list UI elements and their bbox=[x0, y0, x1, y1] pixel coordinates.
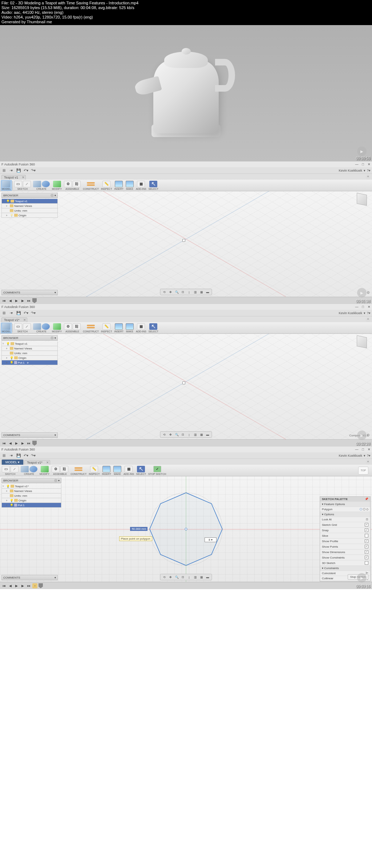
polygon-sketch[interactable] bbox=[148, 491, 224, 567]
browser-collapse-icon[interactable]: ▾ bbox=[54, 194, 56, 197]
display-icon[interactable]: ▥ bbox=[193, 432, 198, 437]
insert-icon[interactable] bbox=[115, 181, 123, 187]
construct-group[interactable]: CONSTRUCT bbox=[69, 465, 88, 476]
tree-origin[interactable]: ▹💡Origin bbox=[1, 356, 58, 360]
minimize-button[interactable]: — bbox=[355, 448, 359, 451]
addins-group[interactable]: ▦ ADD-INS bbox=[135, 180, 147, 191]
view-cube[interactable] bbox=[357, 335, 367, 348]
pan-icon[interactable]: ✥ bbox=[168, 575, 173, 579]
document-tab[interactable]: Teapot v1*✕ bbox=[1, 317, 27, 322]
tree-named-views[interactable]: ▹Named Views bbox=[1, 346, 58, 351]
sketch-palette[interactable]: SKETCH PALETTE📌 ▾ Feature Options Polygo… bbox=[320, 496, 371, 581]
tree-pot-component[interactable]: ▹💡Pot:1 bbox=[1, 503, 61, 508]
slice-checkbox[interactable] bbox=[365, 534, 368, 537]
make-icon[interactable] bbox=[126, 181, 134, 187]
user-menu[interactable]: Kevin Koekkoek▾?▾ bbox=[339, 311, 371, 315]
polygon-shape[interactable] bbox=[148, 491, 224, 567]
sketch-group[interactable]: ▭⟋SKETCH bbox=[13, 323, 32, 333]
timeline-back-icon[interactable]: ◀ bbox=[8, 298, 13, 303]
zoom-icon[interactable]: 🔍 bbox=[174, 290, 179, 294]
browser-panel[interactable]: BROWSER ▾ ▿💡Teapot v1* ▹Named Views Unit… bbox=[1, 478, 61, 508]
show-dims-option[interactable]: Show Dimensions✓ bbox=[320, 549, 370, 555]
inspect-measure-icon[interactable]: 📏 bbox=[102, 181, 110, 187]
origin-marker[interactable] bbox=[182, 239, 185, 242]
sketch-arc-icon[interactable]: ⟋ bbox=[23, 181, 31, 187]
file-icon[interactable]: ▫▾ bbox=[9, 311, 14, 316]
help-icon[interactable]: ?▾ bbox=[367, 169, 371, 172]
addins-icon[interactable]: ▦ bbox=[137, 181, 145, 187]
make-group[interactable]: MAKE bbox=[112, 465, 122, 476]
assemble-group[interactable]: ⚙⛓ASSEMBLE bbox=[63, 323, 82, 333]
tree-units[interactable]: Units: mm bbox=[1, 208, 58, 213]
browser-header[interactable]: BROWSER ▾ bbox=[1, 335, 58, 341]
minimize-button[interactable]: — bbox=[355, 305, 359, 309]
tab-close-icon[interactable]: ✕ bbox=[22, 176, 25, 179]
sketch-group[interactable]: ▭⟋ SKETCH bbox=[13, 180, 32, 191]
undo-icon[interactable]: ↶▾ bbox=[23, 311, 28, 316]
show-constraints-option[interactable]: Show Constraints✓ bbox=[320, 555, 370, 560]
info-collapse-icon[interactable]: ^ bbox=[365, 175, 371, 180]
tree-root[interactable]: ▿💡Teapot v1 bbox=[1, 199, 58, 204]
viewport[interactable]: BROWSER ▾ ▿💡Teapot v1 ▹Named Views Units… bbox=[0, 334, 372, 439]
viewport-icon[interactable]: ▬ bbox=[205, 575, 210, 579]
timeline-fwd-icon[interactable]: ▶ bbox=[20, 583, 25, 588]
zoom-icon[interactable]: 🔍 bbox=[174, 432, 179, 437]
insert-group[interactable]: INSERT bbox=[113, 323, 125, 333]
insert-group[interactable]: INSERT bbox=[113, 180, 125, 191]
timeline-scrubber[interactable] bbox=[32, 441, 37, 446]
orbit-icon[interactable]: ⟲ bbox=[162, 432, 167, 437]
view-cube[interactable] bbox=[357, 193, 367, 206]
inspect-group[interactable]: 📏INSPECT bbox=[100, 323, 113, 333]
grid-icon[interactable]: ⊞ bbox=[1, 168, 7, 173]
sketch-grid-option[interactable]: Sketch Grid✓ bbox=[320, 522, 370, 528]
timeline-feature-icon[interactable]: ▫ bbox=[32, 583, 37, 588]
tree-origin[interactable]: ▹💡Origin bbox=[1, 498, 61, 503]
grid-toggle-icon[interactable]: ▦ bbox=[199, 432, 204, 437]
file-icon[interactable]: ▫▾ bbox=[9, 168, 14, 173]
help-icon[interactable]: ?▾ bbox=[367, 454, 371, 457]
timeline-back-icon[interactable]: ◀ bbox=[8, 583, 13, 588]
tree-units[interactable]: Units: mm bbox=[1, 493, 61, 498]
browser-dot-icon[interactable] bbox=[50, 194, 54, 197]
viewport-settings-icon[interactable]: ⚙ bbox=[367, 433, 370, 437]
timeline-fwd-icon[interactable]: ▶ bbox=[20, 298, 25, 303]
assemble-group[interactable]: ⚙⛓ ASSEMBLE bbox=[63, 180, 82, 191]
redo-icon[interactable]: ↷▾ bbox=[31, 311, 36, 316]
timeline-play-icon[interactable]: ▶ bbox=[14, 583, 19, 588]
tree-root[interactable]: ▿💡Teapot v1 bbox=[1, 341, 58, 346]
browser-panel[interactable]: BROWSER ▾ ▿💡Teapot v1 ▹Named Views Units… bbox=[1, 335, 58, 366]
info-collapse-icon[interactable]: ^ bbox=[365, 460, 371, 465]
polygon-inscribed-icon[interactable]: ⬡ bbox=[360, 508, 362, 511]
snap-checkbox[interactable]: ✓ bbox=[365, 528, 368, 532]
display-icon[interactable]: ▥ bbox=[193, 575, 198, 579]
viewport[interactable]: BROWSER ▾ ▿💡Teapot v1 ▹Named Views Units… bbox=[0, 191, 372, 297]
close-button[interactable]: ✕ bbox=[368, 448, 371, 451]
viewport-settings-icon[interactable]: ⚙ bbox=[367, 291, 370, 295]
timeline-start-icon[interactable]: ⏮ bbox=[1, 298, 7, 303]
info-collapse-icon[interactable]: ^ bbox=[365, 317, 371, 322]
timeline-scrubber[interactable] bbox=[39, 583, 43, 588]
show-profile-checkbox[interactable]: ✓ bbox=[365, 539, 368, 543]
fit-icon[interactable]: ⊡ bbox=[181, 290, 186, 294]
fit-icon[interactable]: ⊡ bbox=[181, 575, 186, 579]
slice-option[interactable]: Slice bbox=[320, 533, 370, 539]
sides-input[interactable]: 8 ▾ bbox=[205, 537, 217, 542]
comments-bar[interactable]: COMMENTS ▾ bbox=[1, 575, 58, 580]
timeline-fwd-icon[interactable]: ▶ bbox=[20, 441, 25, 446]
comments-bar[interactable]: COMMENTS ▾ bbox=[1, 432, 58, 438]
select-group[interactable]: ↖SELECT bbox=[135, 465, 147, 476]
save-icon[interactable]: 💾 bbox=[16, 311, 21, 316]
modify-group[interactable]: MODIFY bbox=[51, 180, 63, 191]
timeline-start-icon[interactable]: ⏮ bbox=[1, 583, 7, 588]
create-sphere-icon[interactable] bbox=[42, 181, 50, 187]
help-icon[interactable]: ?▾ bbox=[367, 311, 371, 315]
viewport[interactable]: 50.000 mm 8 ▾ Place point on polygon BRO… bbox=[0, 476, 372, 582]
polygon-option[interactable]: Polygon⬡ ⬡ ◇ bbox=[320, 507, 370, 512]
workspace-model-button[interactable]: MODEL bbox=[1, 180, 12, 191]
timeline-scrubber[interactable] bbox=[32, 298, 37, 303]
make-group[interactable]: MAKE bbox=[125, 180, 135, 191]
document-tab[interactable]: Teapot v1*✕ bbox=[24, 460, 50, 465]
look-at-option[interactable]: Look At⊡ bbox=[320, 517, 370, 522]
create-group[interactable]: CREATE bbox=[20, 465, 39, 476]
tree-named-views[interactable]: ▹Named Views bbox=[1, 204, 58, 208]
